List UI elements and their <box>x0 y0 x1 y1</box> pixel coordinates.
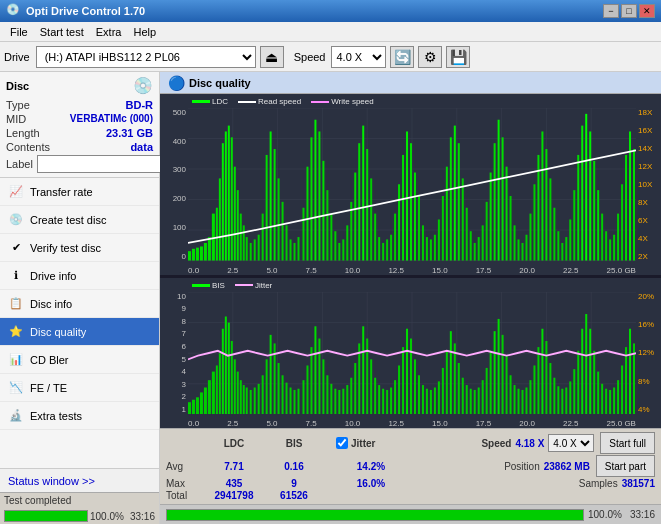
svg-rect-209 <box>438 381 440 414</box>
svg-rect-126 <box>621 184 623 260</box>
disc-contents-value: data <box>130 141 153 153</box>
legend-write-color <box>311 101 329 103</box>
svg-rect-183 <box>334 388 336 414</box>
maximize-button[interactable]: □ <box>621 4 637 18</box>
svg-rect-252 <box>609 390 611 414</box>
svg-rect-157 <box>234 359 236 414</box>
status-window-button[interactable]: Status window >> <box>0 468 159 492</box>
svg-rect-239 <box>557 386 559 414</box>
nav-drive-info[interactable]: ℹ Drive info <box>0 262 159 290</box>
svg-rect-169 <box>278 363 280 414</box>
nav-fe-te[interactable]: 📉 FE / TE <box>0 374 159 402</box>
nav-cd-bler[interactable]: 📊 CD Bler <box>0 346 159 374</box>
legend-read-speed: Read speed <box>238 97 301 106</box>
svg-rect-211 <box>446 350 448 414</box>
svg-rect-216 <box>466 385 468 414</box>
legend-jitter-color <box>235 284 253 286</box>
svg-rect-120 <box>597 190 599 260</box>
svg-rect-17 <box>196 248 199 261</box>
svg-rect-119 <box>593 161 595 261</box>
drive-select[interactable]: (H:) ATAPI iHBS112 2 PL06 <box>36 46 256 68</box>
svg-rect-172 <box>290 387 292 414</box>
speed-select[interactable]: 4.0 X 2.0 X 8.0 X <box>331 46 386 68</box>
svg-rect-116 <box>581 126 583 261</box>
svg-rect-162 <box>250 390 252 414</box>
svg-rect-104 <box>533 184 535 260</box>
nav-verify-test-disc-label: Verify test disc <box>30 242 101 254</box>
menu-help[interactable]: Help <box>127 24 162 40</box>
chart1-container: LDC Read speed Write speed 500 400 <box>160 94 661 275</box>
menu-extra[interactable]: Extra <box>90 24 128 40</box>
svg-rect-28 <box>234 167 236 261</box>
stat-header-ldc: LDC <box>204 438 264 449</box>
nav-verify-test-disc[interactable]: ✔ Verify test disc <box>0 234 159 262</box>
svg-rect-75 <box>418 196 420 261</box>
svg-rect-194 <box>378 385 380 414</box>
stat-speed-select[interactable]: 4.0 X <box>548 434 594 452</box>
svg-rect-171 <box>286 382 288 414</box>
start-full-button[interactable]: Start full <box>600 432 655 454</box>
svg-rect-190 <box>362 326 364 414</box>
svg-rect-204 <box>418 375 420 414</box>
nav-disc-quality[interactable]: ⭐ Disc quality <box>0 318 159 346</box>
svg-rect-66 <box>382 243 384 261</box>
max-ldc: 435 <box>204 478 264 489</box>
avg-ldc: 7.71 <box>204 461 264 472</box>
svg-rect-29 <box>237 190 239 260</box>
svg-rect-246 <box>585 314 587 414</box>
svg-rect-180 <box>322 359 324 414</box>
svg-rect-60 <box>358 143 360 260</box>
chart2-legend: BIS Jitter <box>192 281 272 290</box>
drive-label: Drive <box>4 51 30 63</box>
svg-rect-229 <box>518 388 520 414</box>
stats-avg-row: Avg 7.71 0.16 14.2% Position 23862 MB St… <box>166 455 655 477</box>
svg-rect-122 <box>605 231 607 260</box>
position-label: Position <box>504 461 540 472</box>
svg-rect-223 <box>494 331 496 414</box>
svg-rect-37 <box>266 155 268 261</box>
nav-transfer-rate[interactable]: 📈 Transfer rate <box>0 178 159 206</box>
save-button[interactable]: 💾 <box>446 46 470 68</box>
svg-rect-219 <box>478 387 480 414</box>
svg-rect-222 <box>490 350 492 414</box>
svg-rect-212 <box>450 331 452 414</box>
disc-mid-value: VERBATIMc (000) <box>70 113 153 125</box>
svg-rect-214 <box>458 363 460 414</box>
eject-button[interactable]: ⏏ <box>260 46 284 68</box>
svg-rect-46 <box>302 208 304 261</box>
stats-max-row: Max 435 9 16.0% Samples 381571 <box>166 478 655 489</box>
close-button[interactable]: ✕ <box>639 4 655 18</box>
svg-rect-241 <box>565 387 567 414</box>
menu-file[interactable]: File <box>4 24 34 40</box>
svg-rect-53 <box>330 214 332 261</box>
speed-label: Speed <box>294 51 326 63</box>
toolbar: Drive (H:) ATAPI iHBS112 2 PL06 ⏏ Speed … <box>0 42 661 72</box>
svg-rect-173 <box>294 390 296 414</box>
svg-rect-38 <box>270 131 272 260</box>
svg-rect-176 <box>306 365 308 414</box>
app-title: Opti Drive Control 1.70 <box>26 5 603 17</box>
jitter-checkbox[interactable] <box>336 437 348 449</box>
refresh-button[interactable]: 🔄 <box>390 46 414 68</box>
nav-extra-tests[interactable]: 🔬 Extra tests <box>0 402 159 430</box>
minimize-button[interactable]: − <box>603 4 619 18</box>
svg-rect-125 <box>617 214 619 261</box>
disc-label-input[interactable] <box>37 155 170 173</box>
svg-rect-82 <box>446 167 448 261</box>
chart1-y-left: 500 400 300 200 100 0 <box>160 108 188 261</box>
nav-create-test-disc[interactable]: 💿 Create test disc <box>0 206 159 234</box>
menu-start-test[interactable]: Start test <box>34 24 90 40</box>
window-controls: − □ ✕ <box>603 4 655 18</box>
svg-rect-90 <box>478 237 480 260</box>
settings-button[interactable]: ⚙ <box>418 46 442 68</box>
avg-jitter: 14.2% <box>336 461 406 472</box>
svg-rect-195 <box>382 388 384 414</box>
disc-section-icon: 💿 <box>133 76 153 95</box>
svg-rect-200 <box>402 347 404 414</box>
stat-header-bis: BIS <box>264 438 324 449</box>
svg-rect-167 <box>270 334 272 414</box>
nav-disc-info[interactable]: 📋 Disc info <box>0 290 159 318</box>
start-part-button[interactable]: Start part <box>596 455 655 477</box>
disc-length-value: 23.31 GB <box>106 127 153 139</box>
svg-rect-164 <box>258 383 260 414</box>
